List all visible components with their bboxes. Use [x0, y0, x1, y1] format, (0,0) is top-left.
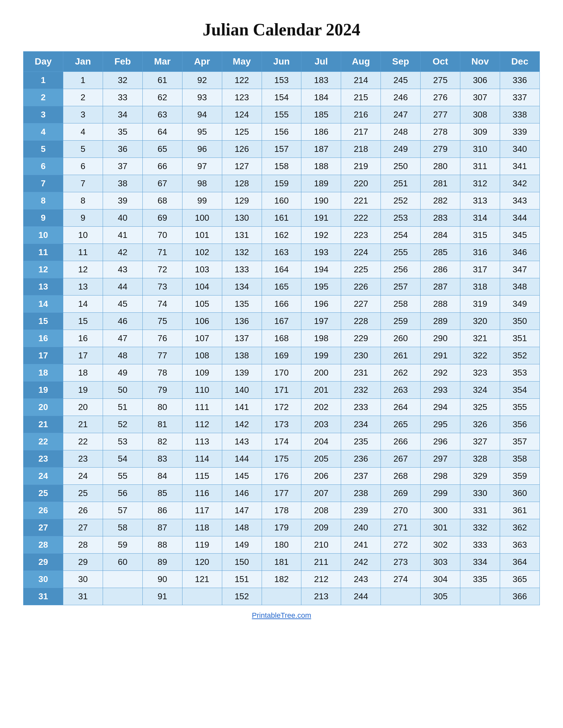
day-cell: 5	[23, 141, 63, 158]
julian-day-cell: 151	[222, 571, 261, 588]
julian-day-cell: 222	[341, 209, 381, 227]
table-row: 44356495125156186217248278309339	[23, 123, 540, 141]
julian-day-cell: 262	[381, 364, 421, 382]
julian-day-cell: 242	[341, 554, 381, 571]
julian-day-cell: 203	[302, 416, 341, 433]
day-cell: 2	[23, 89, 63, 106]
day-cell: 10	[23, 227, 63, 244]
julian-day-cell: 185	[302, 106, 341, 123]
julian-day-cell: 344	[500, 209, 540, 227]
julian-day-cell: 311	[460, 158, 500, 175]
julian-day-cell: 101	[182, 227, 222, 244]
julian-day-cell: 290	[421, 330, 460, 347]
julian-day-cell: 352	[500, 347, 540, 364]
julian-day-cell: 94	[182, 106, 222, 123]
julian-day-cell: 362	[500, 519, 540, 536]
julian-day-cell: 298	[421, 468, 460, 485]
julian-day-cell: 251	[381, 175, 421, 192]
julian-day-cell: 167	[261, 313, 302, 330]
julian-day-cell: 182	[261, 571, 302, 588]
day-cell: 21	[23, 416, 63, 433]
julian-day-cell: 63	[142, 106, 182, 123]
julian-day-cell: 333	[460, 536, 500, 554]
julian-day-cell: 10	[63, 227, 103, 244]
julian-day-cell: 190	[302, 192, 341, 209]
julian-day-cell: 234	[341, 416, 381, 433]
julian-day-cell: 76	[142, 330, 182, 347]
julian-day-cell: 28	[63, 536, 103, 554]
julian-day-cell: 225	[341, 261, 381, 278]
julian-day-cell: 127	[222, 158, 261, 175]
day-cell: 19	[23, 382, 63, 399]
julian-day-cell: 327	[460, 433, 500, 450]
julian-day-cell: 114	[182, 450, 222, 468]
julian-day-cell: 188	[302, 158, 341, 175]
julian-day-cell: 355	[500, 399, 540, 416]
julian-day-cell: 228	[341, 313, 381, 330]
julian-day-cell: 351	[500, 330, 540, 347]
julian-day-cell: 206	[302, 468, 341, 485]
julian-day-cell: 87	[142, 519, 182, 536]
julian-day-cell: 125	[222, 123, 261, 141]
julian-day-cell: 92	[182, 72, 222, 89]
julian-day-cell: 198	[302, 330, 341, 347]
julian-day-cell: 107	[182, 330, 222, 347]
julian-day-cell: 138	[222, 347, 261, 364]
julian-day-cell: 84	[142, 468, 182, 485]
julian-day-cell: 149	[222, 536, 261, 554]
julian-day-cell: 17	[63, 347, 103, 364]
julian-day-cell: 152	[222, 588, 261, 605]
julian-day-cell: 81	[142, 416, 182, 433]
table-row: 66376697127158188219250280311341	[23, 158, 540, 175]
julian-day-cell	[460, 588, 500, 605]
julian-day-cell: 5	[63, 141, 103, 158]
julian-day-cell: 96	[182, 141, 222, 158]
julian-day-cell: 226	[341, 278, 381, 296]
julian-day-cell: 177	[261, 485, 302, 502]
julian-day-cell: 252	[381, 192, 421, 209]
julian-day-cell: 36	[103, 141, 142, 158]
table-row: 20205180111141172202233264294325355	[23, 399, 540, 416]
table-row: 33346394124155185216247277308338	[23, 106, 540, 123]
julian-day-cell: 265	[381, 416, 421, 433]
julian-day-cell: 245	[381, 72, 421, 89]
julian-day-cell: 52	[103, 416, 142, 433]
julian-day-cell: 320	[460, 313, 500, 330]
julian-day-cell: 224	[341, 244, 381, 261]
column-header-jun: Jun	[261, 52, 302, 72]
julian-day-cell: 49	[103, 364, 142, 382]
julian-day-cell: 287	[421, 278, 460, 296]
column-header-aug: Aug	[341, 52, 381, 72]
julian-day-cell: 359	[500, 468, 540, 485]
julian-day-cell: 295	[421, 416, 460, 433]
julian-day-cell: 6	[63, 158, 103, 175]
julian-day-cell: 261	[381, 347, 421, 364]
julian-day-cell: 281	[421, 175, 460, 192]
table-row: 29296089120150181211242273303334364	[23, 554, 540, 571]
julian-day-cell: 35	[103, 123, 142, 141]
julian-day-cell: 268	[381, 468, 421, 485]
column-header-dec: Dec	[500, 52, 540, 72]
julian-day-cell: 207	[302, 485, 341, 502]
julian-day-cell: 292	[421, 364, 460, 382]
table-row: 22225382113143174204235266296327357	[23, 433, 540, 450]
julian-day-cell: 105	[182, 296, 222, 313]
day-cell: 25	[23, 485, 63, 502]
julian-day-cell: 11	[63, 244, 103, 261]
julian-day-cell: 301	[421, 519, 460, 536]
julian-day-cell: 56	[103, 485, 142, 502]
day-cell: 27	[23, 519, 63, 536]
julian-day-cell: 366	[500, 588, 540, 605]
julian-day-cell: 23	[63, 450, 103, 468]
julian-day-cell: 330	[460, 485, 500, 502]
julian-day-cell: 336	[500, 72, 540, 89]
julian-day-cell: 202	[302, 399, 341, 416]
julian-day-cell: 221	[341, 192, 381, 209]
table-row: 27275887118148179209240271301332362	[23, 519, 540, 536]
julian-day-cell	[103, 571, 142, 588]
table-row: 16164776107137168198229260290321351	[23, 330, 540, 347]
julian-day-cell: 109	[182, 364, 222, 382]
julian-day-cell: 312	[460, 175, 500, 192]
footer-link[interactable]: PrintableTree.com	[252, 611, 311, 620]
column-header-may: May	[222, 52, 261, 72]
